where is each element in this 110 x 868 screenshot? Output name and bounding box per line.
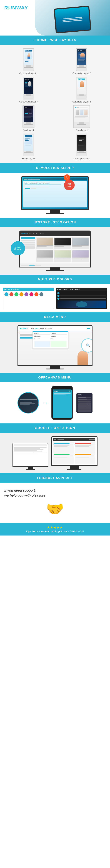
color-swatch-bluegray[interactable] [40, 292, 43, 296]
list-item[interactable] [78, 399, 91, 400]
monitor-frame-corp4 [76, 77, 87, 99]
layouts-section-header: 8 HOME PAGE LAYOUTS [0, 35, 110, 45]
color-swatch-cyan[interactable] [4, 292, 8, 296]
feature-icon-1 [57, 292, 60, 294]
layout-label-corp4: Corporate Layout 4 [72, 100, 91, 103]
hamburger-icon[interactable] [69, 391, 70, 392]
font-screen-large [52, 437, 97, 465]
screen-nav [25, 50, 32, 52]
revolution-section-header: REVOLUTION SLIDER [0, 163, 110, 173]
revolution-screen: RESPONSIVE DRAG SUPPORT NISL [22, 177, 88, 209]
support-section: If you need support, we help you with pl… [0, 483, 110, 523]
support-text-line2: we help you with pleasure [4, 493, 45, 498]
monitor-screen-corp4 [77, 78, 86, 94]
font-monitor-large-wrapper [51, 436, 97, 470]
rating-stars: ★★★★★ [3, 526, 107, 529]
j2store-section-header: J2STORE INTEGRATION [0, 218, 110, 227]
support-text: If you need support, we help you with pl… [4, 488, 45, 498]
header-bg [35, 0, 110, 35]
font-nav-small [14, 444, 47, 446]
colors-features-panel: POWERFULL FEATURES [56, 287, 107, 309]
logo-way: WAY [16, 5, 28, 10]
color-swatch-green[interactable] [15, 292, 18, 296]
monitor-screen-app [24, 106, 34, 122]
layout-label-boxed: Boxed Layout [22, 157, 35, 160]
list-item: Corporate Layout 1 [3, 48, 54, 74]
logo: RUNWAY [4, 5, 28, 11]
colors-section: THEME COLORS POWERFULL FEATURES [0, 284, 110, 312]
color-swatch-deeporange[interactable] [35, 292, 38, 296]
logo-area: RUNWAY [4, 3, 28, 11]
support-text-line1: If you need support, [4, 488, 45, 493]
list-item[interactable] [78, 406, 91, 408]
font-screen-small [13, 443, 48, 466]
monitor-frame-shop [73, 105, 90, 128]
monitor-screen-shop [74, 106, 89, 122]
badge-amount: 25$ [67, 183, 71, 185]
phone-nav: RUNWAY [53, 390, 71, 392]
list-item[interactable] [78, 410, 91, 412]
list-item[interactable] [78, 397, 91, 398]
layout-label-corp3: Corporate Layout 3 [19, 100, 38, 103]
offcanvas-section-header: OFFCANVAS MENU [0, 373, 110, 382]
megamenu-dropdown: About Us Our Team Our Services Our Work … [32, 331, 68, 349]
font-monitor-small [13, 443, 48, 467]
feature-fish-image [57, 301, 106, 308]
layouts-grid: Corporate Layout 1 [3, 48, 107, 160]
megamenu-nav-items: Home About ▾ Portfolio Blog Contact [31, 328, 52, 329]
font-nav-large [53, 438, 95, 441]
megamenu-logo: RUNWAY [20, 328, 28, 330]
font-monitor-small-wrapper [13, 443, 48, 470]
monitor-screen-onepage [77, 135, 86, 151]
tablet-mockup [53, 6, 91, 34]
monitor-screen-corp1 [24, 50, 33, 65]
monitor-frame-corp1 [23, 48, 34, 71]
layout-label-corp2: Corporate Layout 2 [72, 72, 91, 74]
revolution-monitor-wrapper: ↻ RESPONSIVE DRAG SUPPORT NISL [21, 176, 89, 214]
person-icon [80, 81, 84, 87]
list-item[interactable] [78, 402, 91, 404]
support-section-header: FRIENDLY SUPPORT [0, 473, 110, 483]
revolution-monitor: RESPONSIVE DRAG SUPPORT NISL [21, 176, 89, 210]
j2store-screen: RUNWAY Home Shop About Contact [20, 231, 90, 267]
header: RUNWAY [0, 0, 110, 35]
color-swatches [4, 292, 52, 296]
revolution-badge: 25$ save [64, 180, 75, 190]
colors-theme-panel: THEME COLORS [3, 287, 54, 309]
list-item[interactable] [78, 401, 91, 402]
refresh-icon: ↻ [64, 175, 70, 181]
font-section-header: GOOGLE FONT & ICON [0, 424, 110, 433]
color-swatch-red[interactable] [9, 292, 14, 296]
monitor-screen-corp2 [77, 50, 86, 65]
monitor-frame-corp2 [76, 48, 87, 71]
features-body [56, 291, 107, 309]
list-item[interactable] [78, 408, 91, 410]
phone-screen: RUNWAY [53, 390, 72, 418]
person-icon [27, 54, 30, 59]
j2store-monitor: RUNWAY Home Shop About Contact [19, 230, 91, 268]
offcanvas-title: OFFCANVAS MENU [38, 376, 72, 379]
font-title: GOOGLE FONT & ICON [35, 426, 75, 430]
list-item: Corporate Layout 4 [56, 77, 107, 103]
list-item: Shop Layout [56, 105, 107, 131]
monitor-frame-corp3 [23, 77, 34, 99]
j2store-title: J2STORE INTEGRATION [34, 221, 76, 224]
color-swatch-orange[interactable] [20, 292, 23, 296]
color-swatch-purple[interactable] [24, 292, 28, 296]
megamenu-monitor: RUNWAY Home About ▾ Portfolio Blog Conta… [18, 325, 92, 366]
font-monitor-large [51, 436, 97, 466]
j2store-badge: Build with j2 store [11, 241, 25, 255]
megamenu-screen: RUNWAY Home About ▾ Portfolio Blog Conta… [18, 326, 92, 365]
monitor-screen-corp3 [24, 78, 33, 94]
badge-j2-text: j2 store [14, 248, 21, 250]
font-section [0, 433, 110, 473]
colors-title: MULTIPLE COLORS [38, 278, 72, 281]
layout-label-app: App Layout [23, 129, 34, 131]
badge-build-text: Build with [15, 247, 21, 248]
support-image: 🤝 [4, 501, 106, 517]
color-swatch-pink[interactable] [29, 292, 34, 296]
rev-hero: RESPONSIVE DRAG SUPPORT NISL [23, 181, 87, 208]
footer-text: If you like runway theme don't forget to… [3, 530, 107, 533]
colors-panel-body [3, 291, 54, 298]
list-item[interactable] [78, 404, 91, 406]
